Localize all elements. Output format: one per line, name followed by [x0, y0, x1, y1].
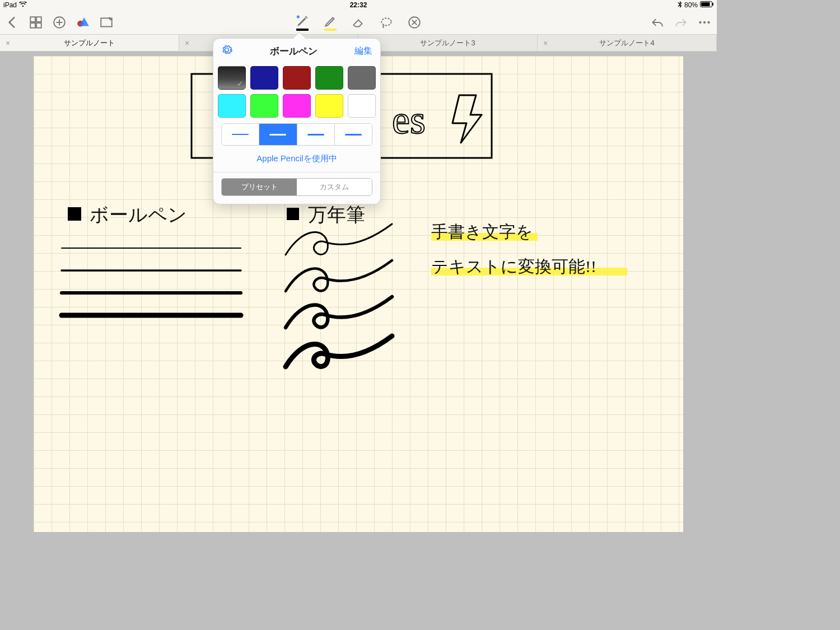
svg-rect-21 — [287, 208, 299, 220]
color-swatch-white[interactable] — [348, 94, 376, 118]
tab-3[interactable]: × サンプルノート4 — [538, 35, 717, 51]
handwritten-lines — [62, 244, 252, 324]
width-option-4[interactable] — [335, 124, 372, 145]
clear-tool[interactable] — [407, 15, 422, 30]
svg-rect-5 — [30, 23, 35, 28]
width-option-2[interactable] — [259, 124, 297, 145]
close-icon[interactable]: × — [185, 39, 189, 48]
back-button[interactable] — [4, 15, 20, 30]
close-icon[interactable]: × — [6, 39, 10, 48]
color-swatch-black[interactable] — [218, 66, 246, 90]
svg-point-16 — [707, 21, 710, 23]
handwritten-label-ballpen: ボールペン — [67, 204, 224, 235]
color-swatch-cyan[interactable] — [218, 94, 246, 118]
device-label: iPad — [3, 1, 17, 9]
more-button[interactable] — [697, 15, 712, 30]
width-selector — [221, 123, 372, 146]
width-option-1[interactable] — [222, 124, 259, 145]
svg-text:ボールペン: ボールペン — [90, 204, 187, 225]
toolbar: ✱ — [0, 10, 717, 35]
lasso-tool[interactable] — [379, 15, 394, 30]
highlighter-tool[interactable] — [323, 13, 338, 29]
svg-rect-6 — [36, 23, 41, 28]
redo-button[interactable] — [673, 15, 689, 30]
pen-popover: ボールペン 編集 Apple Pencilを使用中 プリセット カスタム — [213, 38, 381, 204]
tab-2[interactable]: × サンプルノート3 — [358, 35, 538, 51]
preset-custom-segment: プリセット カスタム — [221, 178, 372, 196]
gear-icon[interactable] — [221, 44, 232, 58]
svg-point-14 — [699, 21, 701, 23]
edit-button[interactable]: 編集 — [354, 45, 372, 57]
color-swatch-lime[interactable] — [250, 94, 278, 118]
segment-preset[interactable]: プリセット — [222, 179, 297, 195]
textbox-button[interactable] — [99, 15, 114, 30]
popover-title: ボールペン — [270, 45, 318, 58]
svg-rect-2 — [712, 3, 713, 6]
color-swatch-magenta[interactable] — [283, 94, 311, 118]
tab-label: サンプルノート4 — [599, 38, 654, 48]
svg-rect-3 — [30, 17, 35, 22]
wifi-icon — [19, 1, 27, 9]
svg-rect-1 — [701, 2, 710, 6]
pencil-status[interactable]: Apple Pencilを使用中 — [213, 150, 380, 172]
svg-point-15 — [703, 21, 706, 23]
tab-label: サンプルノート — [64, 38, 115, 48]
thumbnails-button[interactable] — [28, 15, 44, 30]
tab-label: サンプルノート3 — [420, 38, 475, 48]
width-option-3[interactable] — [297, 124, 335, 145]
bluetooth-icon — [678, 1, 682, 10]
highlighter-indicator — [324, 29, 337, 31]
color-swatch-navy[interactable] — [250, 66, 278, 90]
svg-text:手書き文字を: 手書き文字を — [431, 222, 533, 241]
svg-text:✱: ✱ — [296, 15, 300, 20]
segment-custom[interactable]: カスタム — [297, 179, 372, 195]
svg-rect-19 — [68, 208, 81, 220]
color-swatch-darkred[interactable] — [283, 66, 311, 90]
eraser-tool[interactable] — [351, 15, 366, 30]
color-swatch-yellow[interactable] — [315, 94, 343, 118]
status-bar: iPad 22:32 80% — [0, 0, 717, 10]
pen-tool[interactable]: ✱ — [295, 13, 310, 29]
svg-rect-4 — [36, 17, 41, 22]
separator — [213, 172, 380, 172]
svg-text:万年筆: 万年筆 — [308, 204, 365, 225]
color-swatch-gray[interactable] — [348, 66, 376, 90]
svg-text:テキストに変換可能!!: テキストに変換可能!! — [431, 257, 596, 276]
svg-text:es: es — [392, 97, 426, 142]
add-button[interactable] — [52, 15, 67, 30]
undo-button[interactable] — [650, 15, 665, 30]
handwritten-memo: 手書き文字を テキストに変換可能!! — [431, 218, 644, 293]
shapes-button[interactable] — [75, 15, 91, 30]
tab-0[interactable]: × サンプルノート — [0, 35, 179, 51]
handwritten-curls — [280, 224, 403, 383]
svg-point-12 — [381, 18, 391, 25]
battery-percent: 80% — [684, 1, 698, 9]
color-swatch-green[interactable] — [315, 66, 343, 90]
battery-icon — [700, 1, 713, 9]
close-icon[interactable]: × — [543, 39, 548, 48]
color-grid — [213, 64, 380, 123]
clock: 22:32 — [350, 1, 367, 9]
